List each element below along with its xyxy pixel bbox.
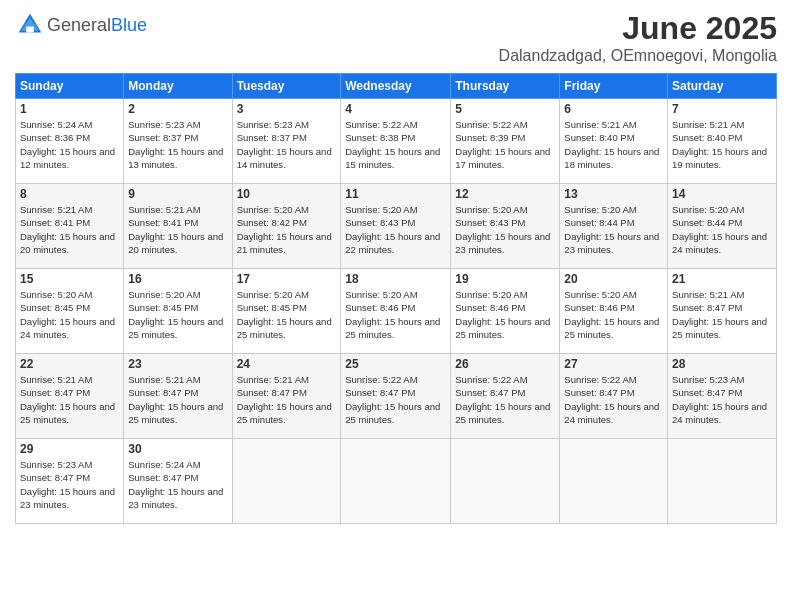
calendar-week-row: 8Sunrise: 5:21 AMSunset: 8:41 PMDaylight… — [16, 184, 777, 269]
table-row: 10Sunrise: 5:20 AMSunset: 8:42 PMDayligh… — [232, 184, 341, 269]
day-info: Sunrise: 5:20 AMSunset: 8:45 PMDaylight:… — [128, 288, 227, 341]
col-saturday: Saturday — [668, 74, 777, 99]
day-info: Sunrise: 5:20 AMSunset: 8:46 PMDaylight:… — [455, 288, 555, 341]
day-info: Sunrise: 5:20 AMSunset: 8:43 PMDaylight:… — [455, 203, 555, 256]
logo: GeneralBlue — [15, 10, 147, 40]
day-number: 28 — [672, 357, 772, 371]
day-number: 6 — [564, 102, 663, 116]
day-number: 22 — [20, 357, 119, 371]
calendar-week-row: 1Sunrise: 5:24 AMSunset: 8:36 PMDaylight… — [16, 99, 777, 184]
table-row: 24Sunrise: 5:21 AMSunset: 8:47 PMDayligh… — [232, 354, 341, 439]
table-row: 11Sunrise: 5:20 AMSunset: 8:43 PMDayligh… — [341, 184, 451, 269]
day-info: Sunrise: 5:23 AMSunset: 8:37 PMDaylight:… — [237, 118, 337, 171]
calendar-table: Sunday Monday Tuesday Wednesday Thursday… — [15, 73, 777, 524]
day-info: Sunrise: 5:20 AMSunset: 8:43 PMDaylight:… — [345, 203, 446, 256]
day-number: 15 — [20, 272, 119, 286]
table-row — [668, 439, 777, 524]
day-info: Sunrise: 5:22 AMSunset: 8:47 PMDaylight:… — [564, 373, 663, 426]
calendar-week-row: 15Sunrise: 5:20 AMSunset: 8:45 PMDayligh… — [16, 269, 777, 354]
table-row: 27Sunrise: 5:22 AMSunset: 8:47 PMDayligh… — [560, 354, 668, 439]
day-number: 27 — [564, 357, 663, 371]
location-title: Dalandzadgad, OEmnoegovi, Mongolia — [499, 47, 777, 65]
table-row — [232, 439, 341, 524]
day-info: Sunrise: 5:22 AMSunset: 8:47 PMDaylight:… — [345, 373, 446, 426]
day-info: Sunrise: 5:20 AMSunset: 8:44 PMDaylight:… — [672, 203, 772, 256]
header: GeneralBlue June 2025 Dalandzadgad, OEmn… — [15, 10, 777, 65]
day-info: Sunrise: 5:20 AMSunset: 8:46 PMDaylight:… — [564, 288, 663, 341]
day-info: Sunrise: 5:20 AMSunset: 8:45 PMDaylight:… — [20, 288, 119, 341]
svg-rect-2 — [26, 27, 34, 33]
day-number: 24 — [237, 357, 337, 371]
table-row: 21Sunrise: 5:21 AMSunset: 8:47 PMDayligh… — [668, 269, 777, 354]
table-row: 12Sunrise: 5:20 AMSunset: 8:43 PMDayligh… — [451, 184, 560, 269]
day-number: 8 — [20, 187, 119, 201]
day-info: Sunrise: 5:22 AMSunset: 8:38 PMDaylight:… — [345, 118, 446, 171]
table-row: 23Sunrise: 5:21 AMSunset: 8:47 PMDayligh… — [124, 354, 232, 439]
col-thursday: Thursday — [451, 74, 560, 99]
day-number: 25 — [345, 357, 446, 371]
calendar-week-row: 22Sunrise: 5:21 AMSunset: 8:47 PMDayligh… — [16, 354, 777, 439]
day-number: 10 — [237, 187, 337, 201]
col-friday: Friday — [560, 74, 668, 99]
day-info: Sunrise: 5:21 AMSunset: 8:41 PMDaylight:… — [128, 203, 227, 256]
table-row: 30Sunrise: 5:24 AMSunset: 8:47 PMDayligh… — [124, 439, 232, 524]
day-number: 11 — [345, 187, 446, 201]
day-number: 29 — [20, 442, 119, 456]
day-info: Sunrise: 5:21 AMSunset: 8:47 PMDaylight:… — [20, 373, 119, 426]
day-number: 12 — [455, 187, 555, 201]
title-area: June 2025 Dalandzadgad, OEmnoegovi, Mong… — [499, 10, 777, 65]
day-number: 1 — [20, 102, 119, 116]
day-info: Sunrise: 5:23 AMSunset: 8:47 PMDaylight:… — [672, 373, 772, 426]
day-info: Sunrise: 5:21 AMSunset: 8:47 PMDaylight:… — [128, 373, 227, 426]
day-info: Sunrise: 5:21 AMSunset: 8:40 PMDaylight:… — [564, 118, 663, 171]
logo-blue: Blue — [111, 15, 147, 35]
table-row — [560, 439, 668, 524]
day-number: 4 — [345, 102, 446, 116]
col-monday: Monday — [124, 74, 232, 99]
day-number: 2 — [128, 102, 227, 116]
day-number: 18 — [345, 272, 446, 286]
table-row: 22Sunrise: 5:21 AMSunset: 8:47 PMDayligh… — [16, 354, 124, 439]
logo-general: General — [47, 15, 111, 35]
calendar-header-row: Sunday Monday Tuesday Wednesday Thursday… — [16, 74, 777, 99]
day-info: Sunrise: 5:24 AMSunset: 8:47 PMDaylight:… — [128, 458, 227, 511]
table-row: 3Sunrise: 5:23 AMSunset: 8:37 PMDaylight… — [232, 99, 341, 184]
day-info: Sunrise: 5:20 AMSunset: 8:42 PMDaylight:… — [237, 203, 337, 256]
day-info: Sunrise: 5:21 AMSunset: 8:47 PMDaylight:… — [672, 288, 772, 341]
col-wednesday: Wednesday — [341, 74, 451, 99]
col-tuesday: Tuesday — [232, 74, 341, 99]
table-row: 8Sunrise: 5:21 AMSunset: 8:41 PMDaylight… — [16, 184, 124, 269]
table-row — [341, 439, 451, 524]
day-number: 26 — [455, 357, 555, 371]
table-row: 17Sunrise: 5:20 AMSunset: 8:45 PMDayligh… — [232, 269, 341, 354]
month-title: June 2025 — [499, 10, 777, 47]
table-row: 28Sunrise: 5:23 AMSunset: 8:47 PMDayligh… — [668, 354, 777, 439]
day-info: Sunrise: 5:23 AMSunset: 8:47 PMDaylight:… — [20, 458, 119, 511]
day-number: 30 — [128, 442, 227, 456]
day-info: Sunrise: 5:21 AMSunset: 8:41 PMDaylight:… — [20, 203, 119, 256]
table-row: 15Sunrise: 5:20 AMSunset: 8:45 PMDayligh… — [16, 269, 124, 354]
day-number: 23 — [128, 357, 227, 371]
table-row — [451, 439, 560, 524]
day-number: 14 — [672, 187, 772, 201]
day-info: Sunrise: 5:20 AMSunset: 8:45 PMDaylight:… — [237, 288, 337, 341]
logo-icon — [15, 10, 45, 40]
day-info: Sunrise: 5:21 AMSunset: 8:40 PMDaylight:… — [672, 118, 772, 171]
page-container: GeneralBlue June 2025 Dalandzadgad, OEmn… — [0, 0, 792, 534]
table-row: 26Sunrise: 5:22 AMSunset: 8:47 PMDayligh… — [451, 354, 560, 439]
day-number: 16 — [128, 272, 227, 286]
calendar-week-row: 29Sunrise: 5:23 AMSunset: 8:47 PMDayligh… — [16, 439, 777, 524]
day-number: 21 — [672, 272, 772, 286]
logo-wrapper: GeneralBlue — [15, 10, 147, 40]
table-row: 25Sunrise: 5:22 AMSunset: 8:47 PMDayligh… — [341, 354, 451, 439]
table-row: 2Sunrise: 5:23 AMSunset: 8:37 PMDaylight… — [124, 99, 232, 184]
day-info: Sunrise: 5:20 AMSunset: 8:46 PMDaylight:… — [345, 288, 446, 341]
table-row: 5Sunrise: 5:22 AMSunset: 8:39 PMDaylight… — [451, 99, 560, 184]
day-info: Sunrise: 5:23 AMSunset: 8:37 PMDaylight:… — [128, 118, 227, 171]
col-sunday: Sunday — [16, 74, 124, 99]
table-row: 7Sunrise: 5:21 AMSunset: 8:40 PMDaylight… — [668, 99, 777, 184]
day-number: 7 — [672, 102, 772, 116]
table-row: 29Sunrise: 5:23 AMSunset: 8:47 PMDayligh… — [16, 439, 124, 524]
day-number: 17 — [237, 272, 337, 286]
table-row: 9Sunrise: 5:21 AMSunset: 8:41 PMDaylight… — [124, 184, 232, 269]
